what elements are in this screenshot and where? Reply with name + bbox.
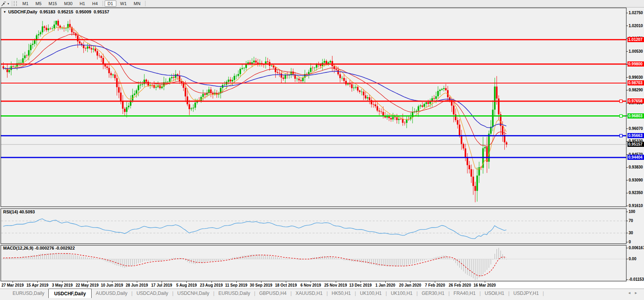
tab-scroll-arrows: ◄► <box>627 291 641 295</box>
date-axis-label: 1 Jan 2020 <box>375 283 396 287</box>
ma-slow <box>3 45 506 128</box>
time-axis-tick <box>212 281 212 283</box>
rsi-line <box>3 219 506 239</box>
time-axis-tick <box>361 281 361 283</box>
date-axis-label: 6 Nov 2019 <box>300 283 321 287</box>
chart-tab-usoil-h1[interactable]: USOil,H1 <box>481 289 508 297</box>
chart-tab-ger30-h1[interactable]: GER30,H1 <box>418 289 448 297</box>
time-axis-tick <box>137 281 137 283</box>
date-axis-label: 22 May 2019 <box>75 283 98 287</box>
chart-tab-usdcnh-daily[interactable]: USDCNH,Daily <box>173 289 213 297</box>
time-axis-tick <box>261 281 261 283</box>
time-axis-tick <box>112 281 112 283</box>
time-axis[interactable]: 27 Mar 201915 Apr 20193 May 201922 May 2… <box>0 281 644 289</box>
time-axis-tick <box>311 281 311 283</box>
toolbar-grip-handle[interactable] <box>14 1 17 6</box>
tab-separator: | <box>543 289 544 296</box>
date-axis-label: 30 Sep 2019 <box>250 283 272 287</box>
date-axis-label: 17 Jul 2019 <box>151 283 172 287</box>
date-axis-label: 23 Aug 2019 <box>200 283 223 287</box>
timeframe-button-M15[interactable]: M15 <box>46 0 60 7</box>
time-axis-tick <box>336 281 336 283</box>
chart-tab-audusd-daily[interactable]: AUDUSD,Daily <box>92 289 131 297</box>
chart-tab-xauusd-h1[interactable]: XAUUSD,H1 <box>292 289 327 297</box>
price-chart-canvas[interactable] <box>0 7 644 281</box>
date-axis-label: 5 Aug 2019 <box>176 283 197 287</box>
chart-cursor-icon[interactable] <box>0 1 7 6</box>
date-axis-label: 18 Oct 2019 <box>275 283 297 287</box>
timeframe-button-M5[interactable]: M5 <box>32 0 44 7</box>
line-handle <box>620 134 622 137</box>
date-axis-label: 11 Sep 2019 <box>225 283 247 287</box>
time-axis-tick <box>236 281 237 283</box>
time-axis-tick <box>385 281 386 283</box>
chart-tab-usdcad-daily[interactable]: USDCAD,Daily <box>132 289 172 297</box>
timeframe-button-MN[interactable]: MN <box>131 0 144 7</box>
date-axis-label: 10 Jun 2019 <box>101 283 123 287</box>
time-axis-tick <box>460 281 460 283</box>
chart-tab-uk100-h1[interactable]: UK100,H1 <box>356 289 385 297</box>
time-axis-tick <box>37 281 38 283</box>
time-axis-tick <box>485 281 485 283</box>
date-axis-label: 27 Mar 2019 <box>2 283 24 287</box>
toolbar-separator <box>103 1 103 6</box>
trading-terminal: ▾ M1M5M15M30H1H4D1W1MN ▼USDCHF,Daily0.95… <box>0 0 644 300</box>
timeframe-button-M1[interactable]: M1 <box>19 0 31 7</box>
chart-tab-hk50-h1[interactable]: HK50,H1 <box>328 289 355 297</box>
tab-scroll-left-icon[interactable]: ◄ <box>627 291 634 295</box>
tab-scroll-right-icon[interactable]: ► <box>634 291 641 295</box>
macd-signal-line <box>3 254 506 276</box>
chart-tab-bar: EURUSD,DailyUSDCHF,DailyAUDUSD,Daily|USD… <box>0 289 644 300</box>
date-axis-label: 13 Dec 2019 <box>349 283 372 287</box>
chart-tab-usdjpy-h1[interactable]: USDJPY,H1 <box>510 289 543 297</box>
date-axis-label: 15 Apr 2019 <box>26 283 48 287</box>
date-axis-label: 16 Mar 2020 <box>473 283 496 287</box>
candles <box>3 19 508 202</box>
date-axis-label: 26 Feb 2020 <box>449 283 471 287</box>
date-axis-label: 28 Jun 2019 <box>126 283 148 287</box>
time-axis-tick <box>286 281 286 283</box>
date-axis-label: 3 May 2019 <box>52 283 73 287</box>
time-axis-tick <box>62 281 63 283</box>
time-axis-tick <box>435 281 435 283</box>
ma-medium <box>3 34 506 147</box>
timeframe-button-D1[interactable]: D1 <box>105 0 116 7</box>
chart-tab-uk100-h1[interactable]: UK100,H1 <box>387 289 416 297</box>
time-axis-tick <box>162 281 162 283</box>
time-axis-tick <box>13 281 13 283</box>
toolbar-separator <box>145 1 145 6</box>
line-handle <box>620 115 622 117</box>
timeframe-button-H4[interactable]: H4 <box>89 0 101 7</box>
line-handle <box>620 100 622 102</box>
timeframe-button-M30[interactable]: M30 <box>61 0 75 7</box>
ma-fast <box>3 27 506 170</box>
chart-tab-eurusd-daily[interactable]: EURUSD,Daily <box>9 289 48 297</box>
timeframe-button-W1[interactable]: W1 <box>117 0 130 7</box>
chart-tab-fra40-h1[interactable]: FRA40,H1 <box>450 289 480 297</box>
date-axis-label: 20 Jan 2020 <box>399 283 421 287</box>
date-axis-label: 25 Nov 2019 <box>324 283 347 287</box>
timeframe-button-H1[interactable]: H1 <box>76 0 88 7</box>
toolbar-separator <box>12 1 12 6</box>
time-axis-tick <box>186 281 187 283</box>
chart-tab-eurusd-daily[interactable]: EURUSD,Daily <box>214 289 254 297</box>
time-axis-tick <box>410 281 410 283</box>
date-axis-label: 7 Feb 2020 <box>425 283 445 287</box>
chart-tab-gbpusd-h4[interactable]: GBPUSD,H4 <box>255 289 290 297</box>
chart-tab-usdchf-daily[interactable]: USDCHF,Daily <box>48 289 92 298</box>
time-axis-tick <box>87 281 88 283</box>
chevron-down-icon[interactable]: ▾ <box>7 2 11 6</box>
timeframe-toolbar: ▾ M1M5M15M30H1H4D1W1MN <box>0 0 644 7</box>
